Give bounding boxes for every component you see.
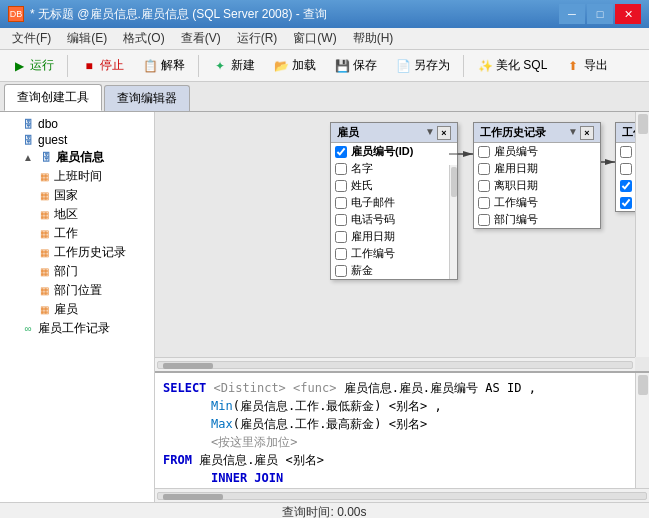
- table-icon-7: ▦: [36, 303, 52, 317]
- sql-content: SELECT <Distinct> <func> 雇员信息.雇员.雇员编号 AS…: [155, 373, 649, 488]
- select-field1: 雇员信息.雇员.雇员编号 AS ID ,: [344, 381, 536, 395]
- explain-button[interactable]: 📋 解释: [135, 53, 192, 78]
- saveas-button[interactable]: 📄 另存为: [388, 53, 457, 78]
- db-icon-emp: 🗄: [38, 151, 54, 165]
- new-label: 新建: [231, 57, 255, 74]
- sidebar-item-bmwz[interactable]: ▦ 部门位置: [0, 281, 154, 300]
- new-icon: ✦: [212, 58, 228, 74]
- sidebar-item-dbo[interactable]: 🗄 dbo: [0, 116, 154, 132]
- sidebar-item-yy[interactable]: ▦ 雇员: [0, 300, 154, 319]
- table-row[interactable]: 离职日期: [474, 177, 600, 194]
- field-label-3: 电子邮件: [351, 195, 395, 210]
- stop-button[interactable]: ■ 停止: [74, 53, 131, 78]
- tab-query-editor[interactable]: 查询编辑器: [104, 85, 190, 111]
- sidebar-item-gz[interactable]: ▦ 工作: [0, 224, 154, 243]
- menu-window[interactable]: 窗口(W): [285, 28, 344, 49]
- field-checkbox-h0[interactable]: [478, 146, 490, 158]
- table-row[interactable]: 部门编号: [474, 211, 600, 228]
- design-vscrollbar[interactable]: [635, 112, 649, 357]
- table-employee-scrollbar[interactable]: [449, 165, 457, 279]
- sidebar-item-gj[interactable]: ▦ 国家: [0, 186, 154, 205]
- table-icon-0: ▦: [36, 170, 52, 184]
- beautify-label: 美化 SQL: [496, 57, 547, 74]
- field-checkbox-7[interactable]: [335, 265, 347, 277]
- sql-add-line[interactable]: <按这里添加位>: [163, 433, 641, 451]
- table-employee-header[interactable]: 雇员 ▼ ×: [331, 123, 457, 143]
- field-label-1: 名字: [351, 161, 373, 176]
- field-checkbox-2[interactable]: [335, 180, 347, 192]
- menu-edit[interactable]: 编辑(E): [59, 28, 115, 49]
- sidebar-item-dq[interactable]: ▦ 地区: [0, 205, 154, 224]
- field-checkbox-j0[interactable]: [620, 146, 632, 158]
- field-checkbox-h4[interactable]: [478, 214, 490, 226]
- design-hscrollbar[interactable]: [155, 357, 635, 371]
- toolbar-sep2: [198, 55, 199, 77]
- sql-area: SELECT <Distinct> <func> 雇员信息.雇员.雇员编号 AS…: [155, 372, 649, 502]
- sql-vscrollbar[interactable]: [635, 373, 649, 488]
- field-checkbox-5[interactable]: [335, 231, 347, 243]
- sidebar-label-sbsj: 上班时间: [54, 168, 102, 185]
- sidebar-item-yygxx[interactable]: ▲ 🗄 雇员信息: [0, 148, 154, 167]
- sidebar-item-yygzjl[interactable]: ∞ 雇员工作记录: [0, 319, 154, 338]
- table-row[interactable]: 雇用日期: [331, 228, 457, 245]
- table-row[interactable]: 电子邮件: [331, 194, 457, 211]
- sidebar-label-gzls: 工作历史记录: [54, 244, 126, 261]
- menu-view[interactable]: 查看(V): [173, 28, 229, 49]
- sidebar-item-guest[interactable]: 🗄 guest: [0, 132, 154, 148]
- minimize-button[interactable]: ─: [559, 4, 585, 24]
- field-checkbox-h3[interactable]: [478, 197, 490, 209]
- table-row[interactable]: 薪金: [331, 262, 457, 279]
- view-icon: ∞: [20, 322, 36, 336]
- menu-format[interactable]: 格式(O): [115, 28, 172, 49]
- field-checkbox-0[interactable]: [335, 146, 347, 158]
- field-checkbox-4[interactable]: [335, 214, 347, 226]
- field-checkbox-6[interactable]: [335, 248, 347, 260]
- load-button[interactable]: 📂 加载: [266, 53, 323, 78]
- field-checkbox-j2[interactable]: [620, 180, 632, 192]
- beautify-icon: ✨: [477, 58, 493, 74]
- table-row[interactable]: 姓氏: [331, 177, 457, 194]
- table-row[interactable]: 工作编号: [474, 194, 600, 211]
- field-checkbox-3[interactable]: [335, 197, 347, 209]
- field-checkbox-j1[interactable]: [620, 163, 632, 175]
- field-checkbox-j3[interactable]: [620, 197, 632, 209]
- sql-max-line: Max(雇员信息.工作.最高薪金) <别名>: [163, 415, 641, 433]
- sidebar: 🗄 dbo 🗄 guest ▲ 🗄 雇员信息 ▦ 上班时间 ▦ 国家 ▦ 地区 …: [0, 112, 155, 502]
- save-button[interactable]: 💾 保存: [327, 53, 384, 78]
- close-button[interactable]: ✕: [615, 4, 641, 24]
- run-button[interactable]: ▶ 运行: [4, 53, 61, 78]
- sidebar-item-sbsj[interactable]: ▦ 上班时间: [0, 167, 154, 186]
- stop-icon: ■: [81, 58, 97, 74]
- table-row[interactable]: 雇员编号(ID): [331, 143, 457, 160]
- table-history-title: 工作历史记录: [480, 125, 546, 140]
- design-area: → ← 雇员 ▼ × 雇员编号(ID): [155, 112, 649, 372]
- menu-help[interactable]: 帮助(H): [345, 28, 402, 49]
- table-row[interactable]: 电话号码: [331, 211, 457, 228]
- field-checkbox-h1[interactable]: [478, 163, 490, 175]
- sql-join-line: INNER JOIN: [163, 469, 641, 487]
- table-row[interactable]: 名字: [331, 160, 457, 177]
- table-row[interactable]: 工作编号: [331, 245, 457, 262]
- maximize-button[interactable]: □: [587, 4, 613, 24]
- sql-select-line: SELECT <Distinct> <func> 雇员信息.雇员.雇员编号 AS…: [163, 379, 641, 397]
- status-text: 查询时间: 0.00s: [282, 504, 366, 518]
- table-history-header[interactable]: 工作历史记录 ▼ ×: [474, 123, 600, 143]
- table-history-close[interactable]: ×: [580, 126, 594, 140]
- tab-query-builder[interactable]: 查询创建工具: [4, 84, 102, 111]
- export-button[interactable]: ⬆ 导出: [558, 53, 615, 78]
- sql-hscrollbar[interactable]: [155, 488, 649, 502]
- field-label-4: 电话号码: [351, 212, 395, 227]
- table-row[interactable]: 雇员编号: [474, 143, 600, 160]
- field-checkbox-1[interactable]: [335, 163, 347, 175]
- table-row[interactable]: 雇用日期: [474, 160, 600, 177]
- beautify-button[interactable]: ✨ 美化 SQL: [470, 53, 554, 78]
- menu-file[interactable]: 文件(F): [4, 28, 59, 49]
- sidebar-label-guest: guest: [38, 133, 67, 147]
- sidebar-item-bm[interactable]: ▦ 部门: [0, 262, 154, 281]
- sidebar-item-gzls[interactable]: ▦ 工作历史记录: [0, 243, 154, 262]
- table-employee-close[interactable]: ×: [437, 126, 451, 140]
- new-button[interactable]: ✦ 新建: [205, 53, 262, 78]
- menu-run[interactable]: 运行(R): [229, 28, 286, 49]
- field-checkbox-h2[interactable]: [478, 180, 490, 192]
- field-label-7: 薪金: [351, 263, 373, 278]
